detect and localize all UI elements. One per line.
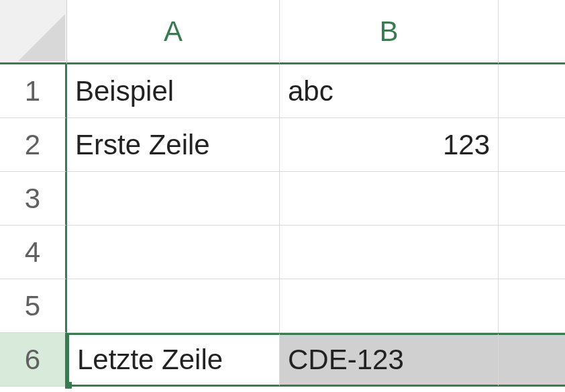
cell-b2[interactable]: 123 [280, 118, 499, 172]
row-header-2[interactable]: 2 [0, 118, 67, 172]
cell-b3[interactable] [280, 172, 499, 226]
cell-b5[interactable] [280, 279, 499, 333]
cell-c3[interactable] [499, 172, 565, 226]
cell-a3[interactable] [67, 172, 280, 226]
row-header-6[interactable]: 6 [0, 333, 67, 387]
row-header-1[interactable]: 1 [0, 64, 67, 118]
row-header-3[interactable]: 3 [0, 172, 67, 226]
cell-a1[interactable]: Beispiel [67, 64, 280, 118]
column-header-c[interactable] [499, 0, 565, 64]
column-header-b[interactable]: B [280, 0, 499, 64]
column-header-a[interactable]: A [67, 0, 280, 64]
cell-a2[interactable]: Erste Zeile [67, 118, 280, 172]
cell-c6[interactable] [499, 333, 565, 387]
cell-c1[interactable] [499, 64, 565, 118]
cell-c4[interactable] [499, 226, 565, 279]
cell-a4[interactable] [67, 226, 280, 279]
spreadsheet-grid: A B 1 Beispiel abc 2 Erste Zeile 123 3 4… [0, 0, 565, 387]
cell-b1[interactable]: abc [280, 64, 499, 118]
select-all-corner[interactable] [0, 0, 67, 64]
cell-a5[interactable] [67, 279, 280, 333]
cell-b4[interactable] [280, 226, 499, 279]
cell-c5[interactable] [499, 279, 565, 333]
cell-c2[interactable] [499, 118, 565, 172]
cell-b6[interactable]: CDE-123 [280, 333, 499, 387]
row-header-4[interactable]: 4 [0, 226, 67, 279]
row-header-5[interactable]: 5 [0, 279, 67, 333]
cell-a6[interactable]: Letzte Zeile [67, 333, 280, 387]
